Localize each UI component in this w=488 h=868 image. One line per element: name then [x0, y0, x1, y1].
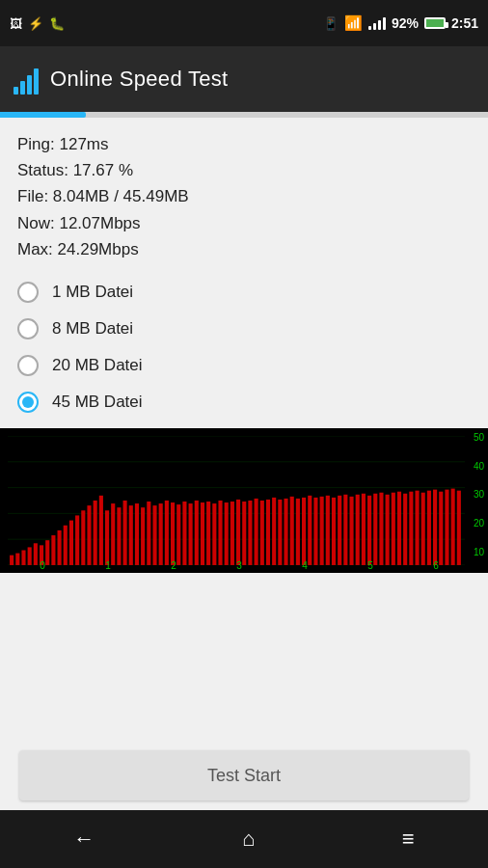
- usb-icon: ⚡: [28, 16, 43, 31]
- test-start-button[interactable]: Test Start: [19, 750, 469, 800]
- svg-rect-42: [225, 502, 229, 565]
- radio-option-1mb[interactable]: 1 MB Datei: [14, 274, 474, 311]
- x-label-1: 1: [105, 560, 111, 571]
- svg-rect-25: [123, 501, 127, 565]
- svg-rect-19: [87, 505, 91, 565]
- menu-button[interactable]: ≡: [402, 827, 415, 852]
- svg-rect-35: [182, 502, 186, 565]
- svg-rect-44: [236, 500, 240, 565]
- svg-rect-30: [152, 505, 156, 565]
- svg-rect-29: [147, 502, 150, 565]
- app-logo-icon: [14, 64, 39, 95]
- svg-rect-17: [75, 515, 79, 565]
- radio-label-1mb: 1 MB Datei: [52, 283, 133, 302]
- chart-y-labels: 50 40 30 20 10: [474, 432, 484, 557]
- svg-rect-23: [111, 503, 115, 565]
- svg-rect-53: [290, 497, 294, 565]
- app-title: Online Speed Test: [50, 67, 228, 92]
- radio-label-45mb: 45 MB Datei: [52, 393, 143, 412]
- svg-rect-41: [218, 501, 222, 565]
- svg-rect-73: [409, 492, 413, 565]
- svg-rect-22: [105, 510, 109, 565]
- svg-rect-57: [313, 498, 317, 565]
- stat-now: Now: 12.07Mbps: [17, 210, 471, 236]
- radio-label-20mb: 20 MB Datei: [52, 356, 143, 375]
- svg-rect-56: [308, 496, 312, 565]
- status-bar-right: 📱 📶 92% 2:51: [323, 14, 478, 32]
- radio-circle-1mb: [17, 282, 39, 303]
- svg-rect-45: [242, 502, 246, 565]
- home-button[interactable]: ⌂: [242, 827, 255, 852]
- y-label-10: 10: [474, 547, 484, 557]
- radio-option-45mb[interactable]: 45 MB Datei: [14, 384, 474, 420]
- svg-rect-70: [392, 493, 395, 565]
- svg-rect-49: [266, 500, 270, 565]
- svg-rect-27: [135, 503, 139, 565]
- svg-rect-61: [338, 496, 341, 565]
- stat-max: Max: 24.29Mbps: [17, 236, 471, 262]
- svg-rect-68: [379, 493, 383, 565]
- app-bar: Online Speed Test: [0, 46, 488, 112]
- svg-rect-36: [189, 503, 193, 565]
- svg-rect-65: [362, 494, 366, 565]
- svg-rect-71: [397, 492, 401, 565]
- svg-rect-72: [403, 494, 407, 565]
- wifi-icon: 📶: [344, 14, 363, 32]
- svg-rect-16: [69, 521, 73, 565]
- svg-rect-38: [201, 502, 204, 565]
- svg-rect-59: [326, 496, 330, 565]
- photo-icon: 🖼: [10, 16, 22, 31]
- x-label-2: 2: [171, 560, 176, 571]
- status-bar: 🖼 ⚡ 🐛 📱 📶 92% 2:51: [0, 0, 488, 46]
- svg-rect-24: [117, 507, 121, 565]
- svg-rect-46: [248, 501, 252, 565]
- svg-rect-51: [278, 500, 282, 565]
- chart-svg: [8, 436, 465, 565]
- radio-option-8mb[interactable]: 8 MB Datei: [14, 311, 474, 347]
- progress-container: [0, 112, 488, 118]
- svg-rect-34: [176, 504, 180, 565]
- svg-rect-62: [343, 495, 347, 565]
- svg-rect-78: [439, 492, 443, 565]
- y-label-40: 40: [474, 461, 484, 472]
- stat-status: Status: 17.67 %: [17, 157, 471, 183]
- svg-rect-75: [421, 493, 425, 565]
- y-label-30: 30: [474, 489, 484, 500]
- main-content: Ping: 127ms Status: 17.67 % File: 8.04MB…: [0, 112, 488, 573]
- svg-rect-55: [302, 498, 306, 565]
- y-label-20: 20: [474, 518, 484, 529]
- back-button[interactable]: ←: [73, 827, 95, 852]
- svg-rect-48: [260, 501, 264, 565]
- bug-icon: 🐛: [49, 16, 65, 31]
- svg-rect-60: [332, 498, 336, 565]
- svg-rect-39: [206, 502, 210, 565]
- speed-chart: 50 40 30 20 10 0 1 2 3 4 5 6: [0, 428, 488, 573]
- battery-percent: 92%: [392, 15, 419, 31]
- svg-rect-40: [212, 503, 216, 565]
- svg-rect-54: [296, 499, 300, 565]
- status-bar-left: 🖼 ⚡ 🐛: [10, 16, 65, 31]
- svg-rect-18: [81, 510, 85, 565]
- svg-rect-77: [433, 490, 437, 565]
- svg-rect-28: [141, 507, 145, 565]
- stat-file: File: 8.04MB / 45.49MB: [17, 183, 471, 209]
- svg-rect-15: [64, 526, 68, 565]
- radio-circle-8mb: [17, 318, 39, 339]
- svg-rect-32: [165, 501, 169, 565]
- battery-icon: [424, 17, 446, 29]
- radio-label-8mb: 8 MB Datei: [52, 319, 133, 339]
- svg-rect-64: [356, 495, 360, 565]
- svg-rect-52: [284, 499, 287, 565]
- clock: 2:51: [451, 15, 478, 31]
- radio-section: 1 MB Datei 8 MB Datei 20 MB Datei 45 MB …: [0, 270, 488, 424]
- svg-rect-74: [415, 491, 419, 565]
- svg-rect-80: [451, 489, 455, 565]
- x-label-5: 5: [367, 560, 373, 571]
- radio-option-20mb[interactable]: 20 MB Datei: [14, 347, 474, 384]
- nav-bar: ← ⌂ ≡: [0, 810, 488, 868]
- svg-rect-50: [272, 498, 276, 565]
- stats-section: Ping: 127ms Status: 17.67 % File: 8.04MB…: [0, 118, 488, 270]
- svg-rect-63: [349, 497, 353, 565]
- test-start-label: Test Start: [207, 766, 281, 786]
- progress-bar: [0, 112, 86, 118]
